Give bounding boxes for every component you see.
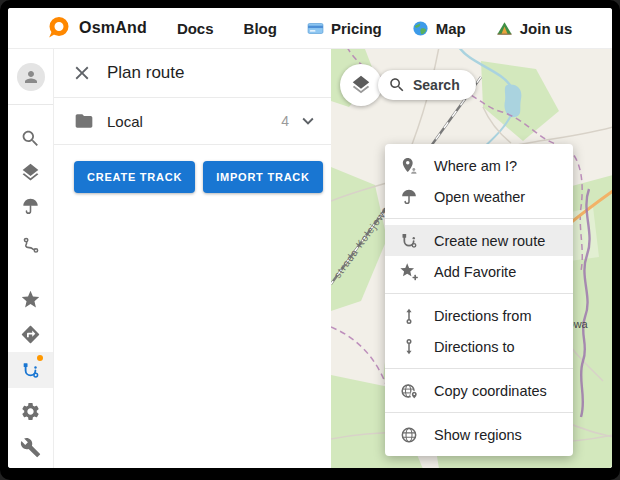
top-navbar: OsmAnd Docs Blog Pricing Map bbox=[8, 8, 612, 49]
panel-header: Plan route bbox=[54, 49, 331, 98]
search-icon bbox=[20, 128, 41, 149]
umbrella-icon bbox=[20, 196, 41, 217]
globe-pin-icon bbox=[399, 381, 419, 401]
page-title: Plan route bbox=[107, 63, 185, 83]
menu-item-label: Open weather bbox=[434, 189, 525, 205]
nav-link-join-us[interactable]: Join us bbox=[496, 20, 573, 37]
sidebar-item-tracks[interactable] bbox=[8, 228, 53, 262]
chevron-down-icon[interactable] bbox=[297, 110, 319, 132]
sidebar-item-account[interactable] bbox=[8, 60, 53, 94]
track-buttons-row: CREATE TRACK IMPORT TRACK bbox=[74, 161, 331, 193]
sidebar-item-layers[interactable] bbox=[8, 155, 53, 189]
sidebar-item-weather[interactable] bbox=[8, 189, 53, 223]
menu-divider bbox=[385, 293, 573, 294]
menu-item-create-new-route[interactable]: Create new route bbox=[385, 225, 573, 256]
import-track-button[interactable]: IMPORT TRACK bbox=[203, 161, 323, 193]
nav-link-label: Map bbox=[436, 20, 466, 37]
map-context-menu: Where am I? Open weather bbox=[385, 144, 573, 456]
nav-link-pricing[interactable]: Pricing bbox=[307, 20, 382, 37]
sidebar-item-plan-route[interactable] bbox=[8, 352, 53, 388]
gear-icon bbox=[20, 401, 41, 422]
globe-wire-icon bbox=[399, 425, 419, 445]
sidebar-item-settings[interactable] bbox=[8, 394, 53, 428]
folder-count: 4 bbox=[281, 113, 289, 129]
person-icon bbox=[22, 68, 40, 86]
sidebar-item-utilities[interactable] bbox=[8, 430, 53, 464]
route-plan-icon bbox=[399, 231, 419, 251]
menu-item-label: Create new route bbox=[434, 233, 545, 249]
menu-divider bbox=[385, 368, 573, 369]
directions-from-icon bbox=[399, 306, 419, 326]
menu-item-copy-coordinates[interactable]: Copy coordinates bbox=[385, 375, 573, 406]
map-canvas[interactable]: strada Kolejowa Gowa Search bbox=[331, 49, 612, 468]
search-icon bbox=[388, 76, 406, 94]
notification-badge-dot bbox=[37, 355, 43, 361]
map-search-button[interactable]: Search bbox=[378, 70, 476, 100]
wrench-icon bbox=[20, 437, 41, 458]
menu-item-add-favorite[interactable]: Add Favorite bbox=[385, 256, 573, 287]
route-plan-icon bbox=[20, 360, 41, 381]
folder-name: Local bbox=[107, 113, 143, 130]
tent-icon bbox=[496, 20, 513, 37]
nav-link-label: Docs bbox=[177, 20, 214, 37]
menu-divider bbox=[385, 218, 573, 219]
sidebar-item-navigation[interactable] bbox=[8, 317, 53, 351]
nav-link-map[interactable]: Map bbox=[412, 20, 466, 37]
star-plus-icon bbox=[399, 262, 419, 282]
folder-row-local[interactable]: Local 4 bbox=[54, 98, 331, 145]
menu-item-label: Directions to bbox=[434, 339, 515, 355]
plan-route-panel: Plan route Local 4 CREATE TRACK IMPORT T… bbox=[54, 49, 331, 468]
star-icon bbox=[20, 289, 41, 310]
layers-icon bbox=[20, 162, 41, 183]
nav-link-label: Blog bbox=[244, 20, 277, 37]
screenshot-frame: OsmAnd Docs Blog Pricing Map bbox=[0, 0, 620, 480]
nav-link-label: Pricing bbox=[331, 20, 382, 37]
menu-item-label: Directions from bbox=[434, 308, 532, 324]
menu-item-open-weather[interactable]: Open weather bbox=[385, 181, 573, 212]
globe-icon bbox=[412, 20, 429, 37]
create-track-button[interactable]: CREATE TRACK bbox=[74, 161, 195, 193]
sidebar-item-search[interactable] bbox=[8, 121, 53, 155]
folder-icon bbox=[74, 111, 94, 131]
menu-item-where-am-i[interactable]: Where am I? bbox=[385, 150, 573, 181]
menu-item-label: Copy coordinates bbox=[434, 383, 547, 399]
person-pin-icon bbox=[399, 156, 419, 176]
umbrella-icon bbox=[399, 187, 419, 207]
sidebar-item-favorites[interactable] bbox=[8, 282, 53, 316]
menu-item-directions-from[interactable]: Directions from bbox=[385, 300, 573, 331]
nav-link-blog[interactable]: Blog bbox=[244, 20, 277, 37]
nav-link-label: Join us bbox=[520, 20, 573, 37]
avatar bbox=[17, 63, 45, 91]
menu-divider bbox=[385, 412, 573, 413]
left-icon-sidebar bbox=[8, 49, 54, 468]
osmand-logo-icon[interactable] bbox=[46, 16, 70, 40]
brand-name[interactable]: OsmAnd bbox=[79, 19, 147, 37]
menu-item-label: Where am I? bbox=[434, 158, 517, 174]
map-layers-button[interactable] bbox=[340, 64, 382, 106]
sidebar-divider bbox=[8, 104, 53, 105]
track-icon bbox=[20, 235, 41, 256]
directions-to-icon bbox=[399, 337, 419, 357]
menu-item-directions-to[interactable]: Directions to bbox=[385, 331, 573, 362]
close-icon bbox=[71, 62, 93, 84]
pricing-card-icon bbox=[307, 20, 324, 37]
menu-item-label: Add Favorite bbox=[434, 264, 516, 280]
search-label: Search bbox=[413, 77, 460, 93]
directions-icon bbox=[20, 324, 41, 345]
nav-link-docs[interactable]: Docs bbox=[177, 20, 214, 37]
osmand-web-app: OsmAnd Docs Blog Pricing Map bbox=[8, 8, 612, 468]
menu-item-label: Show regions bbox=[434, 427, 522, 443]
close-panel-button[interactable] bbox=[69, 60, 95, 86]
menu-item-show-regions[interactable]: Show regions bbox=[385, 419, 573, 450]
layers-icon bbox=[350, 74, 372, 96]
